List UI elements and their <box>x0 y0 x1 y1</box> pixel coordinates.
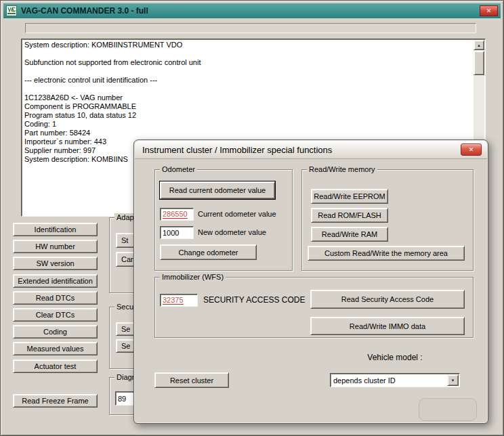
immobilizer-group: Immobilizer (WFS) 32375 SECURITY ACCESS … <box>154 277 474 338</box>
new-odometer-input[interactable]: 1000 <box>160 226 194 239</box>
vehicle-model-select[interactable]: depends cluster ID ▼ <box>330 373 460 387</box>
dialog-title: Instrument cluster / Immobilizer special… <box>142 145 332 155</box>
dialog-close-icon[interactable]: ✕ <box>461 144 482 156</box>
vehicle-model-selected-value: depends cluster ID <box>333 376 396 385</box>
vehicle-model-label: Vehicle model : <box>330 353 460 362</box>
read-current-odometer-button[interactable]: Read current odometer value <box>160 181 275 199</box>
hw-number-button[interactable]: HW number <box>13 240 98 253</box>
new-odometer-value: 1000 <box>163 229 179 237</box>
odometer-group: Odometer Read current odometer value 286… <box>154 169 293 271</box>
adaptation-group-label: Adap <box>114 213 136 222</box>
read-write-eeprom-button[interactable]: Read/Write EEPROM <box>311 189 388 204</box>
custom-read-write-memory-button[interactable]: Custom Read/Write the memory area <box>308 246 465 261</box>
close-icon[interactable]: ✕ <box>480 5 498 16</box>
main-titlebar[interactable]: VAG-CAN COMMANDER 3.0 - full ✕ <box>3 3 501 18</box>
security-access-code-value: 32375 <box>163 296 184 305</box>
clear-dtcs-button[interactable]: Clear DTCs <box>13 308 98 322</box>
change-odometer-button[interactable]: Change odometer <box>160 244 257 260</box>
log-line: Coding: 1 <box>24 120 472 129</box>
read-write-ram-button[interactable]: Read/Write RAM <box>311 227 388 242</box>
log-line <box>24 67 472 76</box>
window-title: VAG-CAN COMMANDER 3.0 - full <box>21 6 148 16</box>
diagnostic-address-value: 89 <box>118 395 126 403</box>
log-line: Part number: 58424 <box>24 129 472 137</box>
log-line: 1C1238A26D <- VAG number <box>24 93 472 102</box>
odometer-group-label: Odometer <box>160 165 197 174</box>
reset-cluster-button[interactable]: Reset cluster <box>154 372 229 388</box>
corner-panel <box>419 398 477 421</box>
memory-group: Read/Write memory Read/Write EEPROM Read… <box>301 169 474 271</box>
read-freeze-frame-button[interactable]: Read Freeze Frame <box>13 394 98 408</box>
log-line <box>24 49 472 58</box>
sw-version-button[interactable]: SW version <box>13 257 98 270</box>
actuator-test-button[interactable]: Actuator test <box>13 359 98 373</box>
log-line: Program status 10, data status 12 <box>24 111 472 120</box>
immobilizer-group-label: Immobilizer (WFS) <box>160 273 226 282</box>
scrollbar-thumb[interactable] <box>474 51 484 75</box>
current-odometer-label: Current odometer value <box>198 210 276 219</box>
scrollbar-up-icon[interactable]: ▲ <box>474 40 484 50</box>
log-line: System description: KOMBIINSTRUMENT VDO <box>24 41 472 49</box>
log-line <box>24 85 472 93</box>
main-window: VAG-CAN COMMANDER 3.0 - full ✕ System de… <box>0 0 504 436</box>
measured-values-button[interactable]: Measured values <box>13 342 98 355</box>
read-security-access-code-button[interactable]: Read Security Access Code <box>310 290 465 309</box>
chevron-down-icon[interactable]: ▼ <box>447 374 459 386</box>
coding-button[interactable]: Coding <box>13 325 98 339</box>
new-odometer-label: New odometer value <box>198 228 266 237</box>
log-line: --- electronic control unit identificati… <box>24 76 472 85</box>
log-line: Component is PROGRAMMABLE <box>24 102 472 111</box>
screen: VAG-CAN COMMANDER 3.0 - full ✕ System de… <box>0 0 504 436</box>
app-icon <box>6 5 17 16</box>
security-access-code-label: SECURITY ACCESS CODE <box>203 296 305 305</box>
special-functions-dialog: Instrument cluster / Immobilizer special… <box>133 139 488 424</box>
read-rom-flash-button[interactable]: Read ROM/FLASH <box>311 208 388 223</box>
extended-identification-button[interactable]: Extended identification <box>13 274 98 288</box>
dialog-titlebar[interactable]: Instrument cluster / Immobilizer special… <box>135 141 487 159</box>
current-odometer-input[interactable]: 286550 <box>160 208 194 221</box>
progress-bar <box>25 23 476 33</box>
read-dtcs-button[interactable]: Read DTCs <box>13 291 98 305</box>
memory-group-label: Read/Write memory <box>307 165 377 174</box>
current-odometer-value: 286550 <box>163 210 188 219</box>
diagnostic-address-input[interactable]: 89 <box>115 391 134 406</box>
security-group-label: Secu <box>114 303 135 311</box>
log-line: Subfunction not supported from electroni… <box>24 58 472 67</box>
identification-button[interactable]: Identification <box>13 223 98 236</box>
read-write-immo-data-button[interactable]: Read/Write IMMO data <box>310 317 465 335</box>
security-access-code-input[interactable]: 32375 <box>160 294 198 307</box>
